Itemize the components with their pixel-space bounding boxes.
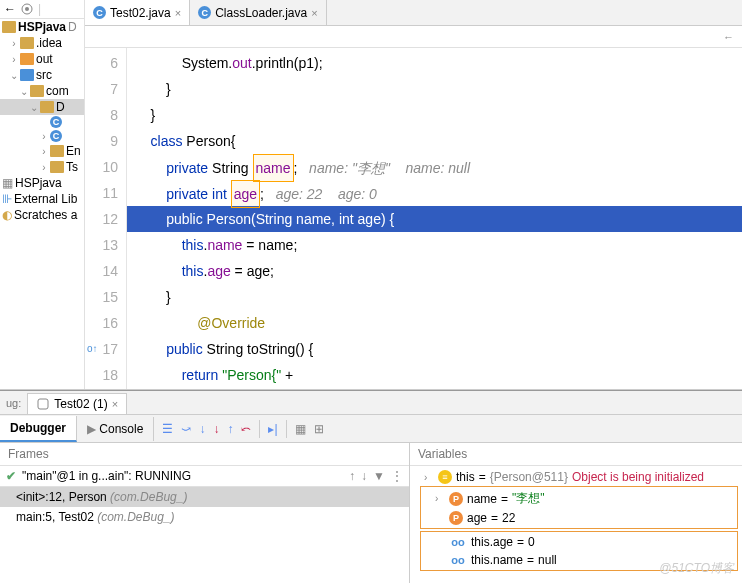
- chevron-down-icon[interactable]: ⌄: [20, 86, 28, 97]
- tree-item-class2[interactable]: ›C: [0, 129, 84, 143]
- tree-item-src[interactable]: ⌄src: [0, 67, 84, 83]
- chevron-right-icon[interactable]: ›: [10, 38, 18, 49]
- debug-session-tab[interactable]: Test02 (1) ×: [27, 393, 127, 414]
- stack-frame[interactable]: main:5, Test02 (com.DeBug_): [0, 507, 409, 527]
- tree-label: HSPjava: [15, 176, 62, 190]
- separator: [286, 420, 287, 438]
- chevron-right-icon[interactable]: ›: [435, 493, 445, 504]
- code-line[interactable]: System.out.println(p1);: [127, 50, 742, 76]
- force-step-into-icon[interactable]: ↓: [213, 422, 219, 436]
- close-icon[interactable]: ×: [112, 398, 118, 410]
- code-line-current[interactable]: public Person(String name, int age) {: [127, 206, 742, 232]
- filter-icon[interactable]: ▼: [373, 469, 385, 483]
- variable-this[interactable]: › ≡ this = {Person@511} Object is being …: [410, 468, 742, 486]
- code-line[interactable]: }: [127, 76, 742, 102]
- chevron-right-icon[interactable]: ›: [10, 54, 18, 65]
- tree-item-com[interactable]: ⌄com: [0, 83, 84, 99]
- debug-toolbar: Debugger ▶ Console ☰ ⤻ ↓ ↓ ↑ ⤺ ▸| ▦ ⊞: [0, 415, 742, 443]
- tree-item-idea[interactable]: ›.idea: [0, 35, 84, 51]
- run-to-cursor-icon[interactable]: ▸|: [268, 422, 277, 436]
- collapse-icon[interactable]: ←: [4, 2, 16, 16]
- folder-icon: [2, 21, 16, 33]
- code-line[interactable]: }: [127, 102, 742, 128]
- watermark: @51CTO博客: [659, 560, 734, 577]
- gutter[interactable]: 6 7 8 9 10 11 12 13 14 15 16 17o↑ 18: [85, 48, 127, 389]
- console-tab[interactable]: ▶ Console: [77, 417, 154, 441]
- tree-item-d[interactable]: ⌄D: [0, 99, 84, 115]
- variable-age[interactable]: P age = 22: [421, 509, 737, 527]
- nav-back-icon[interactable]: ←: [723, 31, 734, 43]
- drop-frame-icon[interactable]: ⤺: [241, 422, 251, 436]
- show-execution-point-icon[interactable]: ☰: [162, 422, 173, 436]
- code-line[interactable]: public String toString() {: [127, 336, 742, 362]
- project-root-suffix: D: [68, 20, 77, 34]
- chevron-right-icon[interactable]: ›: [40, 162, 48, 173]
- class-icon: C: [93, 6, 106, 19]
- line-number: 14: [85, 258, 126, 284]
- watch-icon: oo: [449, 535, 467, 549]
- stack-frame[interactable]: <init>:12, Person (com.DeBug_): [0, 487, 409, 507]
- debug-tab-bar: ug: Test02 (1) ×: [0, 391, 742, 415]
- variable-this-age[interactable]: oo this.age = 0: [421, 533, 737, 551]
- tree-item-en[interactable]: ›En: [0, 143, 84, 159]
- close-icon[interactable]: ×: [175, 7, 181, 19]
- code-line[interactable]: }: [127, 284, 742, 310]
- tree-item-out[interactable]: ›out: [0, 51, 84, 67]
- stack-frames-list[interactable]: <init>:12, Person (com.DeBug_) main:5, T…: [0, 487, 409, 527]
- chevron-right-icon[interactable]: ›: [40, 146, 48, 157]
- tree-item-ts[interactable]: ›Ts: [0, 159, 84, 175]
- debug-tab-label: Test02 (1): [54, 397, 107, 411]
- line-number: 11: [85, 180, 126, 206]
- step-out-icon[interactable]: ↑: [227, 422, 233, 436]
- close-icon[interactable]: ×: [311, 7, 317, 19]
- code-line[interactable]: this.name = name;: [127, 232, 742, 258]
- line-number: 10: [85, 154, 126, 180]
- tree-item-iml[interactable]: ▦HSPjava: [0, 175, 84, 191]
- arrow-up-icon[interactable]: ↑: [349, 469, 355, 483]
- variable-name[interactable]: › P name = "李想": [421, 488, 737, 509]
- debug-label: ug:: [0, 397, 27, 409]
- variables-list[interactable]: › ≡ this = {Person@511} Object is being …: [410, 466, 742, 575]
- chevron-down-icon[interactable]: ⌄: [30, 102, 38, 113]
- thread-selector[interactable]: ✔ "main"@1 in g...ain": RUNNING ↑ ↓ ▼ ⋮: [0, 466, 409, 487]
- status-message: Object is being initialized: [572, 470, 704, 484]
- arrow-down-icon[interactable]: ↓: [361, 469, 367, 483]
- more-icon[interactable]: ⋮: [391, 469, 403, 483]
- tab-label: ClassLoader.java: [215, 6, 307, 20]
- code-editor[interactable]: 6 7 8 9 10 11 12 13 14 15 16 17o↑ 18 Sys: [85, 48, 742, 389]
- separator: [259, 420, 260, 438]
- project-tool-window[interactable]: ← | HSPjava D ›.idea ›out ⌄src ⌄com ⌄D C…: [0, 0, 85, 389]
- override-icon[interactable]: o↑: [87, 336, 98, 362]
- code-line[interactable]: return "Person{" +: [127, 362, 742, 388]
- code-line[interactable]: private String name; name: "李想" name: nu…: [127, 154, 742, 180]
- tree-item-class1[interactable]: C: [0, 115, 84, 129]
- line-number: 16: [85, 310, 126, 336]
- debugger-tab[interactable]: Debugger: [0, 416, 77, 442]
- param-icon: P: [449, 511, 463, 525]
- check-icon: ✔: [6, 469, 16, 483]
- tree-label: src: [36, 68, 52, 82]
- editor-tab-classloader[interactable]: C ClassLoader.java ×: [190, 0, 327, 25]
- run-icon: [36, 397, 50, 411]
- project-root[interactable]: HSPjava D: [0, 19, 84, 35]
- chevron-right-icon[interactable]: ›: [424, 472, 434, 483]
- tree-label: .idea: [36, 36, 62, 50]
- folder-icon: [50, 145, 64, 157]
- code-line[interactable]: this.age = age;: [127, 258, 742, 284]
- target-icon[interactable]: [20, 2, 34, 16]
- class-icon: C: [50, 116, 62, 128]
- tree-item-scratches[interactable]: ◐Scratches a: [0, 207, 84, 223]
- editor-tab-test02[interactable]: C Test02.java ×: [85, 0, 190, 25]
- code-line[interactable]: class Person{: [127, 128, 742, 154]
- code-line[interactable]: private int age; age: 22 age: 0: [127, 180, 742, 206]
- project-root-label: HSPjava: [18, 20, 66, 34]
- chevron-right-icon[interactable]: ›: [40, 131, 48, 142]
- tree-item-external[interactable]: ⊪External Lib: [0, 191, 84, 207]
- code-content[interactable]: System.out.println(p1); } } class Person…: [127, 48, 742, 389]
- step-into-icon[interactable]: ↓: [199, 422, 205, 436]
- step-over-icon[interactable]: ⤻: [181, 422, 191, 436]
- code-line[interactable]: @Override: [127, 310, 742, 336]
- trace-icon[interactable]: ⊞: [314, 422, 324, 436]
- chevron-down-icon[interactable]: ⌄: [10, 70, 18, 81]
- evaluate-icon[interactable]: ▦: [295, 422, 306, 436]
